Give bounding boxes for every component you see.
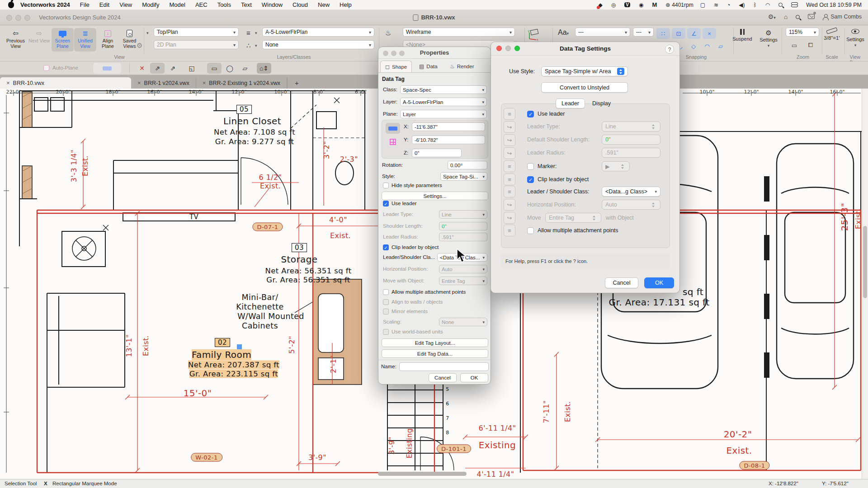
style-override-icon[interactable]: ≡ xyxy=(504,225,515,236)
rotation-field[interactable]: 0.00° xyxy=(448,161,487,169)
m-app-icon[interactable]: M xyxy=(652,1,659,8)
menu-item[interactable]: Modify xyxy=(142,1,159,8)
palette-cancel-button[interactable]: Cancel xyxy=(429,373,457,382)
tab-shape[interactable]: ◻Shape xyxy=(380,61,412,72)
class-select[interactable]: Space-Spec▾ xyxy=(400,85,487,94)
interactive-scaling-disabled-mode[interactable]: ✕ xyxy=(135,63,149,74)
snap-object-icon[interactable]: ⊡ xyxy=(672,28,685,39)
window-manager-icon[interactable]: ▢ xyxy=(700,2,707,8)
dialog-tab[interactable]: Leader xyxy=(556,99,585,108)
shoulder-length-field[interactable]: 0" xyxy=(439,222,487,230)
snap-plane-icon[interactable]: ▱ xyxy=(714,41,727,52)
view-bar-settings-button[interactable]: Settings▾ xyxy=(844,29,867,47)
convert-to-unstyled-button[interactable]: Convert to Unstyled xyxy=(541,82,628,93)
leader-type-select[interactable]: Line▾ xyxy=(439,210,487,219)
dialog-shoulder-field[interactable]: 0" xyxy=(602,135,660,145)
menu-item[interactable]: Help xyxy=(340,1,352,8)
zoom-level-select[interactable]: 115%▾ xyxy=(786,28,819,37)
allow-multiple-attachment-checkbox[interactable] xyxy=(383,289,389,295)
move-select[interactable]: Entire Tag xyxy=(545,213,601,223)
fan-speed-icon[interactable]: ⊛4401rpm xyxy=(665,2,693,8)
style-select[interactable]: Space Tag-Si...▾ xyxy=(440,172,487,181)
snap-angle-icon[interactable]: ∠ xyxy=(687,28,701,39)
volume-icon[interactable]: ◀) xyxy=(739,2,746,8)
rectangular-marquee-mode[interactable]: ▭ xyxy=(207,63,222,74)
style-override-icon[interactable]: ≡ xyxy=(504,108,515,120)
hide-style-parameters-checkbox[interactable] xyxy=(383,183,389,188)
dialog-close-button[interactable] xyxy=(496,46,502,51)
clip-leader-checkbox[interactable]: ✓ xyxy=(383,244,389,250)
palette-close-button[interactable] xyxy=(383,51,388,56)
render-mode-select[interactable]: Wireframe▾ xyxy=(403,28,515,37)
document-tab[interactable]: ×BRR-2 Existing 1 v2024.vwx xyxy=(196,77,287,89)
align-plane-button[interactable]: ↓Align Plane xyxy=(97,28,119,52)
v-app-icon[interactable]: V xyxy=(624,2,632,7)
dialog-ok-button[interactable]: OK xyxy=(644,277,674,288)
layers-icon[interactable]: ≡ xyxy=(246,29,250,37)
palette-ok-button[interactable]: OK xyxy=(460,373,488,382)
polygon-marquee-mode[interactable]: ▱ xyxy=(238,63,252,74)
close-tab-icon[interactable]: × xyxy=(203,80,206,86)
by-instance-icon[interactable]: ↪ xyxy=(504,121,515,133)
render-teapot-icon[interactable]: ♨ xyxy=(385,29,391,37)
scale-button[interactable]: 3/8"=1' xyxy=(820,29,844,41)
edit-tag-layout-button[interactable]: Edit Tag Layout... xyxy=(382,338,488,347)
dialog-help-button[interactable]: ? xyxy=(665,45,674,54)
document-tab[interactable]: ×BRR-10.vwx xyxy=(0,77,131,89)
style-override-icon[interactable]: ≡ xyxy=(504,186,515,197)
control-center-icon[interactable] xyxy=(791,2,799,7)
x-field[interactable]: -11'6.387" xyxy=(412,122,485,131)
text-style-icon[interactable]: Aa▾ xyxy=(558,28,569,37)
new-tab-button[interactable]: + xyxy=(287,77,306,89)
plane-select[interactable]: Layer▾ xyxy=(400,110,487,118)
menu-item[interactable]: View xyxy=(119,1,132,8)
wall-selection-mode[interactable]: ⌂⇕ xyxy=(257,63,271,74)
palette-zoom-button[interactable] xyxy=(399,51,405,56)
class-select[interactable]: None▾ xyxy=(262,40,374,49)
settings-button[interactable]: Settings... xyxy=(382,192,488,200)
style-override-icon[interactable]: ≡ xyxy=(504,174,515,185)
3d-settings-icon[interactable]: ⚙ xyxy=(137,42,142,50)
menu-item[interactable]: Model xyxy=(169,1,185,8)
fit-to-objects-icon[interactable]: ▭ xyxy=(788,40,801,51)
close-tab-icon[interactable]: × xyxy=(6,80,10,86)
document-tab[interactable]: ×BRR-1 v2024.vwx xyxy=(131,77,196,89)
fit-to-page-icon[interactable]: ⧠ xyxy=(804,40,817,51)
zoom-window-button[interactable] xyxy=(24,15,30,21)
marker-select[interactable]: ▶ xyxy=(602,161,630,171)
dialog-leader-type-select[interactable]: Line xyxy=(602,122,660,131)
vertical-scrollbar[interactable] xyxy=(862,89,868,479)
grid-coords-button[interactable] xyxy=(386,136,400,147)
palette-minimize-button[interactable] xyxy=(391,51,396,56)
apple-menu-icon[interactable] xyxy=(8,2,14,8)
user-account[interactable]: Sam Combs xyxy=(823,14,862,20)
dialog-use-leader-checkbox[interactable]: ✓ xyxy=(527,111,534,117)
edit-tag-data-button[interactable]: Edit Tag Data... xyxy=(382,349,488,358)
menu-item[interactable]: File xyxy=(80,1,90,8)
z-field[interactable]: 0" xyxy=(412,149,462,157)
menu-item[interactable]: Edit xyxy=(99,1,109,8)
unified-view-button[interactable]: ≣Unified View xyxy=(74,28,96,52)
menu-clock[interactable]: Wed Oct 18 10:59 PM xyxy=(806,2,862,8)
dialog-clip-leader-checkbox[interactable]: ✓ xyxy=(527,176,534,183)
horizontal-scrollbar-thumb[interactable] xyxy=(378,472,467,476)
menu-item[interactable]: Vectorworks 2024 xyxy=(20,1,70,8)
keystone-icon[interactable]: ◆ xyxy=(599,2,604,8)
dialog-radius-field[interactable]: .591" xyxy=(602,148,660,158)
unrestricted-interactive-scaling-mode[interactable]: ⇗ xyxy=(165,63,180,74)
use-leader-checkbox[interactable]: ✓ xyxy=(383,201,389,206)
text-size-select[interactable]: ---▾ xyxy=(633,28,654,37)
tab-data[interactable]: ▤Data xyxy=(415,61,442,72)
dialog-allow-multiple-checkbox[interactable] xyxy=(527,227,534,234)
time-machine-icon[interactable]: ◔ xyxy=(727,2,732,8)
move-by-points-mode[interactable]: ◱ xyxy=(184,63,199,74)
text-style-select[interactable]: ---▾ xyxy=(575,28,630,37)
move-with-object-select[interactable]: Entire Tag▾ xyxy=(439,277,487,285)
dialog-zoom-button[interactable] xyxy=(514,46,520,51)
horizontal-position-select[interactable]: Auto▾ xyxy=(439,265,487,273)
snap-intersection-icon[interactable]: × xyxy=(703,28,716,39)
menu-item[interactable]: Window xyxy=(262,1,283,8)
by-instance-icon[interactable]: ↪ xyxy=(504,212,515,224)
world-based-units-checkbox[interactable] xyxy=(383,329,389,335)
menu-item[interactable]: Tools xyxy=(217,1,231,8)
